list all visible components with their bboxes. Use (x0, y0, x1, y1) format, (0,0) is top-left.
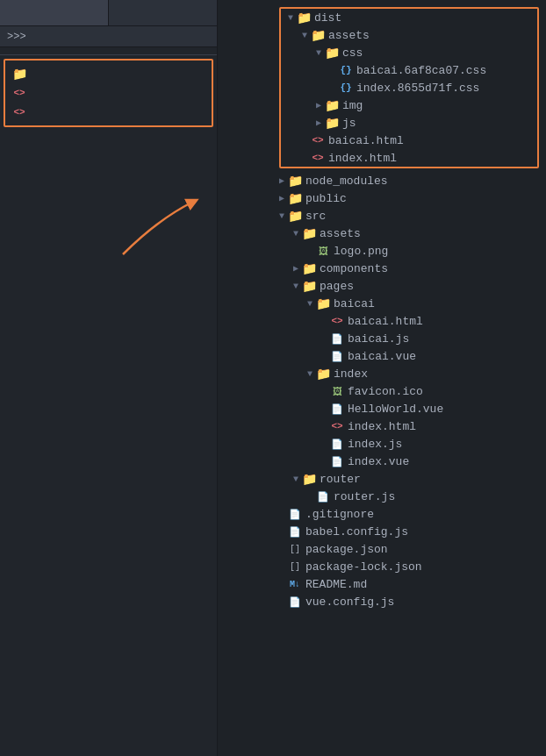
tree-item-favicon-ico[interactable]: 🖼favicon.ico (272, 382, 546, 400)
js-icon: 📄 (289, 596, 301, 608)
file-type-icon: <> (330, 419, 344, 433)
chevron-icon: ▼ (313, 46, 325, 59)
chevron-placeholder (318, 350, 330, 362)
tree-item-index-vue[interactable]: 📄index.vue (272, 453, 546, 470)
tree-label: dist (314, 11, 341, 25)
js-icon: 📄 (289, 526, 301, 538)
vue-icon: 📄 (331, 403, 343, 415)
chevron-icon: ▼ (290, 227, 302, 239)
tree-item-package-lock[interactable]: []package-lock.json (272, 558, 546, 575)
tree-item-router-js[interactable]: 📄router.js (272, 488, 546, 505)
js-icon: 📄 (331, 333, 343, 345)
tree-item-package-json[interactable]: []package.json (272, 540, 546, 558)
tree-item-img[interactable]: ▶📁img (281, 96, 537, 114)
tree-item-index-js[interactable]: 📄index.js (272, 435, 546, 453)
file-type-icon: 📄 (330, 402, 344, 416)
tree-item-index-css[interactable]: {}index.8655d71f.css (281, 79, 537, 96)
tree-label: baicai.6af8ca07.css (356, 64, 486, 77)
tree-item-index-html2[interactable]: <>index.html (272, 417, 546, 435)
tree-item-pages[interactable]: ▼📁pages (272, 277, 546, 295)
tree-item-babel-config[interactable]: 📄babel.config.js (272, 523, 546, 540)
file-type-icon: 📁 (325, 46, 339, 60)
tree-label: index.html (328, 152, 397, 165)
tree-item-js[interactable]: ▶📁js (281, 114, 537, 132)
tree-label: index.js (348, 438, 402, 451)
tree-item-src[interactable]: ▼📁src (272, 207, 546, 225)
tree-label: css (342, 46, 363, 60)
tree-item-baicai-js[interactable]: 📄baicai.js (272, 330, 546, 347)
tree-item-logo-png[interactable]: 🖼logo.png (272, 242, 546, 260)
folder-tree-icon: 📁 (302, 261, 317, 276)
chevron-placeholder (318, 315, 330, 327)
organize-button[interactable] (0, 0, 109, 25)
tree-label: package-lock.json (305, 560, 422, 574)
chevron-placeholder (276, 596, 288, 608)
tree-label: babel.config.js (305, 525, 408, 538)
tree-item-router-folder[interactable]: ▼📁router (272, 470, 546, 488)
tree-panel: ▼📁dist▼📁assets▼📁css{}baicai.6af8ca07.css… (272, 0, 546, 756)
tree-item-index-html[interactable]: <>index.html (281, 149, 537, 167)
file-type-icon: 📁 (297, 11, 311, 25)
explorer-assets-folder[interactable]: 📁 (5, 64, 212, 83)
tree-item-baicai-html[interactable]: <>baicai.html (281, 132, 537, 149)
tree-item-src-assets[interactable]: ▼📁assets (272, 225, 546, 242)
json-icon: [] (290, 562, 300, 572)
img-icon: 🖼 (333, 386, 342, 397)
tree-label: js (342, 117, 356, 130)
chevron-placeholder (318, 385, 330, 397)
chevron-placeholder (276, 508, 288, 520)
chevron-placeholder (318, 455, 330, 467)
tree-item-dist[interactable]: ▼📁dist (281, 9, 537, 26)
file-type-icon: 📁 (288, 191, 302, 205)
chevron-placeholder (276, 543, 288, 555)
chevron-icon: ▶ (290, 262, 302, 275)
chevron-icon: ▼ (304, 297, 316, 310)
tree-label: vue.config.js (305, 596, 394, 609)
css-icon: {} (340, 82, 351, 93)
tree-item-assets[interactable]: ▼📁assets (281, 26, 537, 44)
tree-label: baicai.vue (348, 350, 416, 363)
tree-label: img (342, 99, 363, 112)
tree-label: router.js (334, 490, 395, 503)
tree-item-node_modules[interactable]: ▶📁node_modules (272, 172, 546, 189)
tree-item-baicai-html2[interactable]: <>baicai.html (272, 312, 546, 330)
tree-item-baicai-vue[interactable]: 📄baicai.vue (272, 347, 546, 365)
file-type-icon: <> (330, 314, 344, 328)
js-icon: 📄 (331, 439, 343, 450)
tree-item-components[interactable]: ▶📁components (272, 260, 546, 277)
dist-orange-box: ▼📁dist▼📁assets▼📁css{}baicai.6af8ca07.css… (279, 7, 539, 168)
tree-label: src (305, 210, 326, 223)
file-type-icon: <> (311, 151, 325, 165)
tree-item-index-folder[interactable]: ▼📁index (272, 365, 546, 382)
chevron-placeholder (276, 525, 288, 538)
chevron-placeholder (318, 420, 330, 432)
tree-label: index.html (348, 420, 416, 433)
chevron-icon: ▶ (313, 99, 325, 111)
explorer-baicai-html[interactable]: <> (5, 83, 212, 103)
toolbar (0, 0, 217, 26)
chevron-placeholder (298, 134, 311, 146)
tree-item-helloworld-vue[interactable]: 📄HelloWorld.vue (272, 400, 546, 417)
html-tree-icon: <> (331, 316, 342, 326)
tree-item-readme[interactable]: M↓README.md (272, 575, 546, 593)
file-type-icon: 📄 (288, 507, 302, 521)
css-icon: {} (340, 65, 351, 75)
folder-icon: 📁 (12, 67, 26, 81)
tree-label: public (305, 192, 347, 205)
folder-tree-icon: 📁 (288, 191, 303, 206)
chevron-icon: ▼ (284, 11, 297, 24)
tree-item-baicai-css[interactable]: {}baicai.6af8ca07.css (281, 61, 537, 79)
folder-tree-icon: 📁 (288, 209, 303, 224)
chevron-placeholder (276, 560, 288, 573)
chevron-placeholder (318, 332, 330, 345)
explorer-index-html[interactable]: <> (5, 103, 212, 122)
html-tree-icon: <> (312, 153, 323, 163)
tree-item-css[interactable]: ▼📁css (281, 44, 537, 61)
new-button[interactable] (109, 0, 217, 25)
tree-label: baicai (334, 297, 375, 310)
tree-item-public[interactable]: ▶📁public (272, 189, 546, 207)
chevron-placeholder (298, 152, 311, 164)
tree-item-baicai-folder[interactable]: ▼📁baicai (272, 295, 546, 312)
tree-item-gitignore[interactable]: 📄.gitignore (272, 505, 546, 523)
tree-item-vue-config[interactable]: 📄vue.config.js (272, 593, 546, 610)
